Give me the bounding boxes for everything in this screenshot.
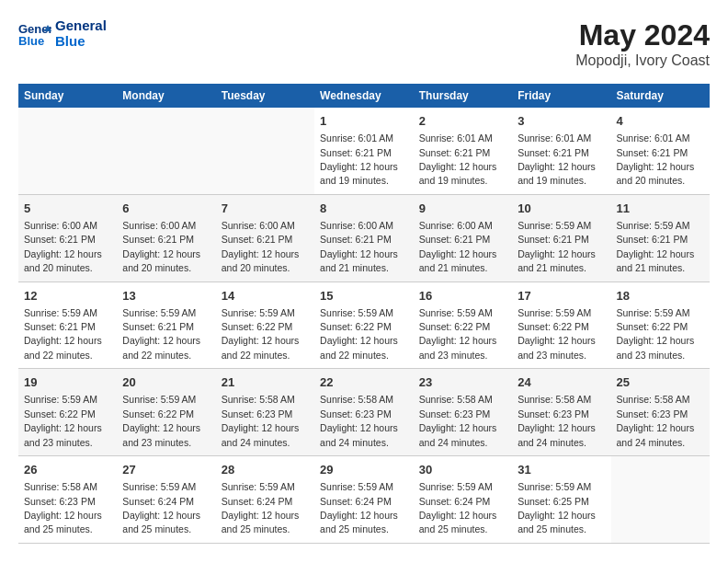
calendar-cell: 18Sunrise: 5:59 AM Sunset: 6:22 PM Dayli… xyxy=(611,282,711,369)
title-block: May 2024 Mopodji, Ivory Coast xyxy=(575,18,710,69)
header-saturday: Saturday xyxy=(611,84,711,108)
day-number: 5 xyxy=(24,201,111,217)
page-subtitle: Mopodji, Ivory Coast xyxy=(575,52,710,69)
day-info: Sunrise: 6:01 AM Sunset: 6:21 PM Dayligh… xyxy=(518,132,596,186)
day-number: 18 xyxy=(617,288,705,304)
calendar-cell xyxy=(18,108,117,194)
logo-icon: General Blue xyxy=(18,20,51,48)
calendar-cell: 3Sunrise: 6:01 AM Sunset: 6:21 PM Daylig… xyxy=(512,108,610,194)
week-row-3: 12Sunrise: 5:59 AM Sunset: 6:21 PM Dayli… xyxy=(18,282,710,369)
calendar-cell: 21Sunrise: 5:58 AM Sunset: 6:23 PM Dayli… xyxy=(216,369,314,456)
day-number: 1 xyxy=(320,113,408,130)
day-info: Sunrise: 5:59 AM Sunset: 6:21 PM Dayligh… xyxy=(617,220,695,273)
week-row-5: 26Sunrise: 5:58 AM Sunset: 6:23 PM Dayli… xyxy=(18,456,710,544)
day-info: Sunrise: 5:59 AM Sunset: 6:22 PM Dayligh… xyxy=(320,307,398,361)
day-number: 27 xyxy=(122,462,210,478)
calendar-cell: 28Sunrise: 5:59 AM Sunset: 6:24 PM Dayli… xyxy=(216,456,314,544)
day-number: 16 xyxy=(419,288,506,304)
day-info: Sunrise: 5:59 AM Sunset: 6:22 PM Dayligh… xyxy=(419,307,497,361)
day-number: 29 xyxy=(320,462,408,478)
day-info: Sunrise: 5:58 AM Sunset: 6:23 PM Dayligh… xyxy=(320,394,398,447)
day-info: Sunrise: 6:00 AM Sunset: 6:21 PM Dayligh… xyxy=(419,220,497,273)
day-info: Sunrise: 5:59 AM Sunset: 6:22 PM Dayligh… xyxy=(24,394,102,447)
logo-general: General xyxy=(55,18,107,34)
day-info: Sunrise: 5:59 AM Sunset: 6:22 PM Dayligh… xyxy=(122,394,200,447)
calendar-cell: 11Sunrise: 5:59 AM Sunset: 6:21 PM Dayli… xyxy=(611,194,711,282)
day-info: Sunrise: 5:58 AM Sunset: 6:23 PM Dayligh… xyxy=(419,394,497,447)
calendar-table: SundayMondayTuesdayWednesdayThursdayFrid… xyxy=(18,84,710,544)
day-number: 2 xyxy=(419,113,506,130)
day-info: Sunrise: 6:00 AM Sunset: 6:21 PM Dayligh… xyxy=(320,220,398,273)
calendar-cell: 19Sunrise: 5:59 AM Sunset: 6:22 PM Dayli… xyxy=(18,369,117,456)
day-info: Sunrise: 5:58 AM Sunset: 6:23 PM Dayligh… xyxy=(222,394,300,447)
day-number: 9 xyxy=(419,201,506,217)
day-info: Sunrise: 5:58 AM Sunset: 6:23 PM Dayligh… xyxy=(617,394,695,447)
day-number: 12 xyxy=(24,288,111,304)
calendar-cell xyxy=(216,108,314,194)
calendar-cell: 12Sunrise: 5:59 AM Sunset: 6:21 PM Dayli… xyxy=(18,282,117,369)
calendar-cell: 14Sunrise: 5:59 AM Sunset: 6:22 PM Dayli… xyxy=(216,282,314,369)
calendar-cell: 22Sunrise: 5:58 AM Sunset: 6:23 PM Dayli… xyxy=(314,369,414,456)
day-number: 6 xyxy=(122,201,210,217)
calendar-cell: 25Sunrise: 5:58 AM Sunset: 6:23 PM Dayli… xyxy=(611,369,711,456)
day-info: Sunrise: 5:59 AM Sunset: 6:25 PM Dayligh… xyxy=(518,481,596,534)
header-sunday: Sunday xyxy=(18,84,117,108)
day-info: Sunrise: 5:59 AM Sunset: 6:24 PM Dayligh… xyxy=(122,481,200,534)
calendar-cell: 10Sunrise: 5:59 AM Sunset: 6:21 PM Dayli… xyxy=(512,194,610,282)
day-number: 14 xyxy=(222,288,309,304)
header-wednesday: Wednesday xyxy=(314,84,414,108)
page-title: May 2024 xyxy=(575,18,710,52)
calendar-cell: 13Sunrise: 5:59 AM Sunset: 6:21 PM Dayli… xyxy=(117,282,215,369)
calendar-cell: 26Sunrise: 5:58 AM Sunset: 6:23 PM Dayli… xyxy=(18,456,117,544)
calendar-cell: 6Sunrise: 6:00 AM Sunset: 6:21 PM Daylig… xyxy=(117,194,215,282)
day-number: 7 xyxy=(222,201,309,217)
day-info: Sunrise: 6:00 AM Sunset: 6:21 PM Dayligh… xyxy=(222,220,300,273)
day-info: Sunrise: 6:00 AM Sunset: 6:21 PM Dayligh… xyxy=(24,220,102,273)
header-thursday: Thursday xyxy=(414,84,512,108)
day-info: Sunrise: 6:01 AM Sunset: 6:21 PM Dayligh… xyxy=(419,132,497,186)
calendar-cell: 2Sunrise: 6:01 AM Sunset: 6:21 PM Daylig… xyxy=(414,108,512,194)
calendar-cell: 20Sunrise: 5:59 AM Sunset: 6:22 PM Dayli… xyxy=(117,369,215,456)
calendar-cell: 7Sunrise: 6:00 AM Sunset: 6:21 PM Daylig… xyxy=(216,194,314,282)
calendar-cell: 27Sunrise: 5:59 AM Sunset: 6:24 PM Dayli… xyxy=(117,456,215,544)
day-number: 28 xyxy=(222,462,309,478)
day-number: 10 xyxy=(518,201,605,217)
calendar-cell xyxy=(117,108,215,194)
calendar-cell: 23Sunrise: 5:58 AM Sunset: 6:23 PM Dayli… xyxy=(414,369,512,456)
day-info: Sunrise: 5:59 AM Sunset: 6:21 PM Dayligh… xyxy=(122,307,200,361)
week-row-4: 19Sunrise: 5:59 AM Sunset: 6:22 PM Dayli… xyxy=(18,369,710,456)
calendar-cell xyxy=(611,456,711,544)
calendar-cell: 9Sunrise: 6:00 AM Sunset: 6:21 PM Daylig… xyxy=(414,194,512,282)
day-number: 8 xyxy=(320,201,408,217)
header-monday: Monday xyxy=(117,84,215,108)
logo-blue: Blue xyxy=(55,34,107,50)
day-info: Sunrise: 5:59 AM Sunset: 6:21 PM Dayligh… xyxy=(518,220,596,273)
day-number: 26 xyxy=(24,462,111,478)
page-header: General Blue General Blue May 2024 Mopod… xyxy=(18,18,710,69)
calendar-cell: 15Sunrise: 5:59 AM Sunset: 6:22 PM Dayli… xyxy=(314,282,414,369)
day-info: Sunrise: 5:59 AM Sunset: 6:22 PM Dayligh… xyxy=(518,307,596,361)
day-number: 19 xyxy=(24,374,111,391)
day-number: 21 xyxy=(222,374,309,391)
day-info: Sunrise: 5:59 AM Sunset: 6:21 PM Dayligh… xyxy=(24,307,102,361)
day-number: 25 xyxy=(617,374,705,391)
calendar-cell: 17Sunrise: 5:59 AM Sunset: 6:22 PM Dayli… xyxy=(512,282,610,369)
day-number: 22 xyxy=(320,374,408,391)
day-number: 3 xyxy=(518,113,605,130)
calendar-cell: 1Sunrise: 6:01 AM Sunset: 6:21 PM Daylig… xyxy=(314,108,414,194)
calendar-cell: 29Sunrise: 5:59 AM Sunset: 6:24 PM Dayli… xyxy=(314,456,414,544)
day-info: Sunrise: 5:58 AM Sunset: 6:23 PM Dayligh… xyxy=(24,481,102,534)
day-number: 15 xyxy=(320,288,408,304)
day-info: Sunrise: 5:59 AM Sunset: 6:24 PM Dayligh… xyxy=(222,481,300,534)
calendar-cell: 5Sunrise: 6:00 AM Sunset: 6:21 PM Daylig… xyxy=(18,194,117,282)
header-tuesday: Tuesday xyxy=(216,84,314,108)
day-info: Sunrise: 6:01 AM Sunset: 6:21 PM Dayligh… xyxy=(617,132,695,186)
day-number: 13 xyxy=(122,288,210,304)
day-info: Sunrise: 5:58 AM Sunset: 6:23 PM Dayligh… xyxy=(518,394,596,447)
day-number: 23 xyxy=(419,374,506,391)
calendar-cell: 24Sunrise: 5:58 AM Sunset: 6:23 PM Dayli… xyxy=(512,369,610,456)
day-number: 31 xyxy=(518,462,605,478)
day-info: Sunrise: 6:01 AM Sunset: 6:21 PM Dayligh… xyxy=(320,132,398,186)
week-row-1: 1Sunrise: 6:01 AM Sunset: 6:21 PM Daylig… xyxy=(18,108,710,194)
day-info: Sunrise: 5:59 AM Sunset: 6:22 PM Dayligh… xyxy=(222,307,300,361)
